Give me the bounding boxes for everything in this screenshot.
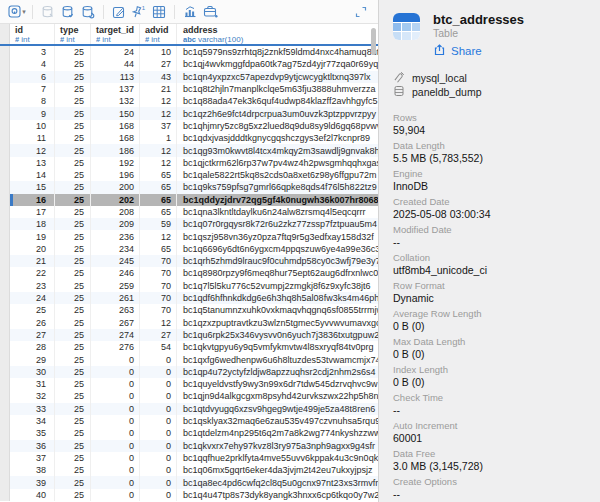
column-header-id[interactable]: id#int [10, 24, 55, 44]
cell-target_id[interactable]: 267 [91, 317, 140, 329]
table-row[interactable]: 242526170bc1qdf6hfhnkdkdg6e6h3hq8h5al08f… [0, 292, 378, 304]
table-row[interactable]: 332500bc1qtdvyugq6xzsv9hgeg9wtje499je5za… [0, 403, 378, 415]
row-gutter[interactable] [0, 181, 10, 193]
cell-advid[interactable]: 65 [140, 169, 177, 181]
row-gutter[interactable] [0, 194, 10, 206]
table-row[interactable]: 222524670bc1q8980rpzy9f6meq8hur75ept62au… [0, 267, 378, 279]
cell-target_id[interactable]: 0 [91, 378, 140, 390]
cell-address[interactable]: bc1q8t2hjln7manplkclqe5m63fju3888uhmverz… [177, 83, 378, 95]
table-row[interactable]: 182520959bc1q07r0rgqysr8k72r6u2zkz77zssp… [0, 218, 378, 230]
cell-address[interactable]: bc1q8980rpzy9f6meq8hur75ept62aug6dfrxnlw… [177, 267, 378, 279]
cell-target_id[interactable]: 208 [91, 206, 140, 218]
cell-id[interactable]: 33 [10, 403, 55, 415]
cell-type[interactable]: 25 [55, 194, 91, 206]
table-row[interactable]: 102516837bc1qhjmry5zc8g5xz2lued8q9du8sy9… [0, 120, 378, 132]
cell-type[interactable]: 25 [55, 353, 91, 365]
cell-target_id[interactable]: 261 [91, 292, 140, 304]
row-gutter[interactable] [0, 452, 10, 464]
cell-id[interactable]: 28 [10, 341, 55, 353]
structure-button[interactable] [149, 3, 169, 21]
cell-advid[interactable]: 12 [140, 144, 177, 156]
cell-target_id[interactable]: 245 [91, 255, 140, 267]
row-gutter[interactable] [0, 403, 10, 415]
cell-address[interactable]: bc1qhjmry5zc8g5xz2lued8q9du8sy9ld6gq68pv… [177, 120, 378, 132]
table-row[interactable]: 312500bc1quyeldvstfy9wy3n99x6dr7tdw545dz… [0, 378, 378, 390]
cell-target_id[interactable]: 0 [91, 452, 140, 464]
cell-advid[interactable]: 12 [140, 230, 177, 242]
column-header-target_id[interactable]: target_id#int [91, 24, 140, 44]
edit-sql-button[interactable] [109, 3, 129, 21]
cell-address[interactable]: bc1qdxjvasjdddtkgnycgqshczgys3ef2l7kcnpr… [177, 132, 378, 144]
cell-type[interactable]: 25 [55, 304, 91, 316]
cell-address[interactable]: bc1qa8ec4pd6cwfq2cl8q5u0gcnx97nt23xs3rmv… [177, 476, 378, 488]
cell-type[interactable]: 25 [55, 489, 91, 501]
cell-type[interactable]: 25 [55, 255, 91, 267]
cell-type[interactable]: 25 [55, 107, 91, 119]
cell-address[interactable]: bc1q06mx5gqrt6eker4da3jvjm2t42eu7ukxyjps… [177, 464, 378, 476]
cell-type[interactable]: 25 [55, 120, 91, 132]
table-row[interactable]: 202523465bc1q6696y6dt6n6ygxcm4ppqszuw6ye… [0, 243, 378, 255]
table-row[interactable]: 72513721bc1q8t2hjln7manplkclqe5m63fju388… [0, 83, 378, 95]
cell-type[interactable]: 25 [55, 427, 91, 439]
cell-id[interactable]: 20 [10, 243, 55, 255]
cell-type[interactable]: 25 [55, 329, 91, 341]
cell-target_id[interactable]: 209 [91, 218, 140, 230]
cell-target_id[interactable]: 274 [91, 329, 140, 341]
row-gutter[interactable] [0, 353, 10, 365]
cell-id[interactable]: 25 [10, 304, 55, 316]
cell-advid[interactable]: 21 [140, 83, 177, 95]
cell-address[interactable]: bc1q9ks759pfsg7gmrl66qpke8qds4f76l5h822t… [177, 181, 378, 193]
cell-target_id[interactable]: 0 [91, 366, 140, 378]
table-row[interactable]: 282527654bc1qkvtgpyu6y9q5vmfykmvtw4l8sxr… [0, 341, 378, 353]
cell-target_id[interactable]: 0 [91, 476, 140, 488]
row-gutter[interactable] [0, 292, 10, 304]
cell-advid[interactable]: 65 [140, 194, 177, 206]
row-gutter[interactable] [0, 83, 10, 95]
table-row[interactable]: 92515012bc1qz2h6e9fct4drpcrpua3um0uvzk3p… [0, 107, 378, 119]
row-gutter[interactable] [0, 390, 10, 402]
cell-id[interactable]: 30 [10, 366, 55, 378]
row-gutter[interactable] [0, 144, 10, 156]
cell-advid[interactable]: 0 [140, 366, 177, 378]
cell-target_id[interactable]: 234 [91, 243, 140, 255]
cell-id[interactable]: 36 [10, 440, 55, 452]
cell-type[interactable]: 25 [55, 95, 91, 107]
row-gutter[interactable] [0, 366, 10, 378]
cell-advid[interactable]: 37 [140, 120, 177, 132]
cell-target_id[interactable]: 196 [91, 169, 140, 181]
pin-button[interactable]: 1 [129, 3, 149, 21]
cell-advid[interactable]: 0 [140, 452, 177, 464]
cell-id[interactable]: 26 [10, 317, 55, 329]
cell-type[interactable]: 25 [55, 267, 91, 279]
cell-type[interactable]: 25 [55, 144, 91, 156]
cell-id[interactable]: 37 [10, 452, 55, 464]
cell-address[interactable]: bc1qj4wvkmggfdpa60tk7ag75zd4yjr77zqa0r69… [177, 58, 378, 70]
table-row[interactable]: 82513212bc1q88ada47ek3k6quf4udwp84klazff… [0, 95, 378, 107]
cell-advid[interactable]: 54 [140, 341, 177, 353]
cell-address[interactable]: bc1qtdelzm4np295t6q2m7a8k2wg774nkyshzzww… [177, 427, 378, 439]
cell-target_id[interactable]: 263 [91, 304, 140, 316]
cell-type[interactable]: 25 [55, 378, 91, 390]
row-gutter[interactable] [0, 464, 10, 476]
cell-address[interactable]: bc1qsklyax32maq6e6zau535v497czvnuhsa5rqu… [177, 415, 378, 427]
cell-address[interactable]: bc1qrh5zhmd9lrauc9f0cuhmdp58cy0c3wfj79e3… [177, 255, 378, 267]
cell-type[interactable]: 25 [55, 181, 91, 193]
cell-id[interactable]: 31 [10, 378, 55, 390]
row-gutter[interactable] [0, 243, 10, 255]
table-row[interactable]: 162520265bc1qddyzjdrv72qg5gf4k0nugwh36k0… [0, 194, 378, 206]
row-gutter[interactable] [0, 169, 10, 181]
cell-id[interactable]: 23 [10, 280, 55, 292]
cell-advid[interactable]: 65 [140, 243, 177, 255]
cell-advid[interactable]: 0 [140, 476, 177, 488]
cell-target_id[interactable]: 276 [91, 341, 140, 353]
cell-advid[interactable]: 59 [140, 218, 177, 230]
cell-id[interactable]: 14 [10, 169, 55, 181]
column-header-address[interactable]: addressabcvarchar(100) [177, 24, 378, 44]
cell-address[interactable]: bc1qkvtgpyu6y9q5vmfykmvtw4l8sxryqf84tv0p… [177, 341, 378, 353]
cell-type[interactable]: 25 [55, 58, 91, 70]
row-gutter[interactable] [0, 157, 10, 169]
row-gutter[interactable] [0, 58, 10, 70]
cell-advid[interactable]: 0 [140, 353, 177, 365]
cell-id[interactable]: 8 [10, 95, 55, 107]
cell-address[interactable]: bc1q5tanumnzxuhk0vxkmaqvhqgnq6sf0855trrm… [177, 304, 378, 316]
